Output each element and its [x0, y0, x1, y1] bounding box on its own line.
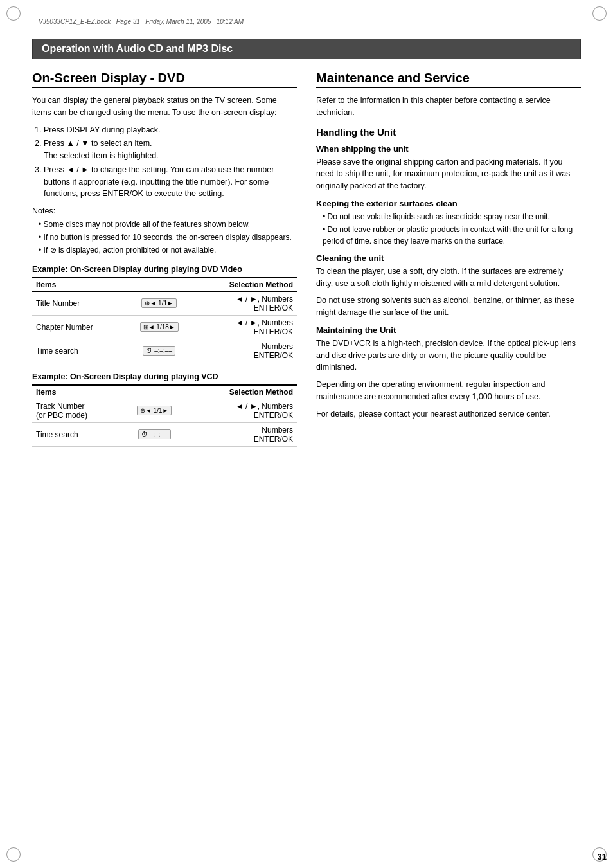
filename: VJ5033CP1Z_E-EZ.book [39, 18, 111, 25]
right-intro: Refer to the information in this chapter… [316, 95, 581, 119]
handling-title: Handling the Unit [316, 127, 581, 138]
icon-box-time-2: ⏱ –:–:–– [138, 429, 171, 439]
example2-heading: Example: On-Screen Display during playin… [32, 372, 297, 381]
maintaining-text3: For details, please contact your nearest… [316, 408, 581, 420]
item-title-number: Title Number [32, 291, 134, 315]
note-3: If ⊘ is displayed, action prohibited or … [39, 244, 297, 256]
maintaining-heading: Maintaining the Unit [316, 325, 581, 335]
page-meta: Page 31 [116, 18, 140, 25]
cleaning-heading: Cleaning the unit [316, 253, 581, 263]
notes-list: Some discs may not provide all of the fe… [39, 219, 297, 256]
right-column: Maintenance and Service Refer to the inf… [316, 71, 581, 456]
time-meta: 10:12 AM [217, 18, 244, 25]
table-row: Time search ⏱ –:–:–– NumbersENTER/OK [32, 339, 297, 363]
method-title: ◄ / ►, NumbersENTER/OK [185, 291, 297, 315]
step-3: Press ◄ / ► to change the setting. You c… [44, 164, 297, 200]
left-section-title: On-Screen Display - DVD [32, 71, 297, 88]
example1-table: Items Selection Method Title Number ⊕◄ 1… [32, 277, 297, 363]
table-row: Chapter Number ⊞◄ 1/18► ◄ / ►, NumbersEN… [32, 315, 297, 339]
method-track: ◄ / ►, NumbersENTER/OK [180, 399, 297, 422]
exterior-bullets: Do not use volatile liquids such as inse… [323, 211, 581, 247]
exterior-bullet-1: Do not use volatile liquids such as inse… [323, 211, 581, 222]
top-metadata: VJ5033CP1Z_E-EZ.book Page 31 Friday, Mar… [39, 18, 244, 25]
note-2: If no button is pressed for 10 seconds, … [39, 231, 297, 243]
header-banner-text: Operation with Audio CD and MP3 Disc [42, 43, 233, 54]
item-chapter: Chapter Number [32, 315, 134, 339]
icon-box-time-1: ⏱ –:–:–– [143, 346, 175, 356]
maintaining-text1: The DVD+VCR is a high-tech, precision de… [316, 338, 581, 374]
example1-heading: Example: On-Screen Display during playin… [32, 265, 297, 274]
table-row: Track Number(or PBC mode) ⊕◄ 1/1► ◄ / ►,… [32, 399, 297, 422]
right-section-title: Maintenance and Service [316, 71, 581, 88]
icon-time-1: ⏱ –:–:–– [134, 339, 185, 363]
shipping-heading: When shipping the unit [316, 144, 581, 154]
shipping-text: Please save the original shipping carton… [316, 156, 581, 192]
steps-list: Press DISPLAY during playback. Press ▲ /… [44, 124, 297, 201]
icon-box-track: ⊕◄ 1/1► [137, 406, 172, 415]
exterior-heading: Keeping the exterior surfaces clean [316, 199, 581, 208]
step-2: Press ▲ / ▼ to select an item.The select… [44, 138, 297, 162]
example1-heading-text: Example: On-Screen Display during playin… [32, 265, 242, 274]
left-intro: You can display the general playback sta… [32, 95, 297, 119]
icon-time-2: ⏱ –:–:–– [129, 422, 180, 446]
corner-circle-tr [592, 6, 607, 21]
item-time-search-2: Time search [32, 422, 129, 446]
icon-box-title: ⊕◄ 1/1► [141, 298, 176, 308]
corner-circle-tl [6, 6, 21, 21]
page-wrapper: VJ5033CP1Z_E-EZ.book Page 31 Friday, Mar… [0, 0, 613, 868]
table-row: Title Number ⊕◄ 1/1► ◄ / ►, NumbersENTER… [32, 291, 297, 315]
example2-table: Items Selection Method Track Number(or P… [32, 384, 297, 447]
col-items-2: Items [32, 385, 129, 399]
content-area: Operation with Audio CD and MP3 Disc On-… [32, 39, 581, 836]
note-1: Some discs may not provide all of the fe… [39, 219, 297, 230]
exterior-bullet-2: Do not leave rubber or plastic products … [323, 224, 581, 247]
icon-chapter: ⊞◄ 1/18► [134, 315, 185, 339]
col-method-2: Selection Method [180, 385, 297, 399]
item-time-search-1: Time search [32, 339, 134, 363]
right-title-text: Maintenance and Service [316, 71, 470, 85]
icon-title: ⊕◄ 1/1► [134, 291, 185, 315]
method-time-2: NumbersENTER/OK [180, 422, 297, 446]
page-number: 31 [598, 852, 607, 862]
cleaning-text2: Do not use strong solvents such as alcoh… [316, 294, 581, 319]
cleaning-text1: To clean the player, use a soft, dry clo… [316, 266, 581, 290]
two-column-layout: On-Screen Display - DVD You can display … [32, 71, 581, 456]
header-banner: Operation with Audio CD and MP3 Disc [32, 39, 581, 59]
left-title-text: On-Screen Display - DVD [32, 71, 185, 85]
method-time-1: NumbersENTER/OK [185, 339, 297, 363]
icon-track: ⊕◄ 1/1► [129, 399, 180, 422]
col-method-1: Selection Method [185, 278, 297, 292]
item-track: Track Number(or PBC mode) [32, 399, 129, 422]
step-1: Press DISPLAY during playback. [44, 124, 297, 136]
icon-box-chapter: ⊞◄ 1/18► [140, 322, 179, 332]
corner-circle-bl [6, 847, 21, 862]
method-chapter: ◄ / ►, NumbersENTER/OK [185, 315, 297, 339]
maintaining-text2: Depending on the operating environment, … [316, 379, 581, 403]
col-icon-2 [129, 385, 180, 399]
left-column: On-Screen Display - DVD You can display … [32, 71, 297, 456]
table-row: Time search ⏱ –:–:–– NumbersENTER/OK [32, 422, 297, 446]
date-meta: Friday, March 11, 2005 [145, 18, 211, 25]
example2-heading-text: Example: On-Screen Display during playin… [32, 372, 218, 381]
col-icon-1 [134, 278, 185, 292]
col-items-1: Items [32, 278, 134, 292]
notes-label: Notes: [32, 205, 297, 217]
